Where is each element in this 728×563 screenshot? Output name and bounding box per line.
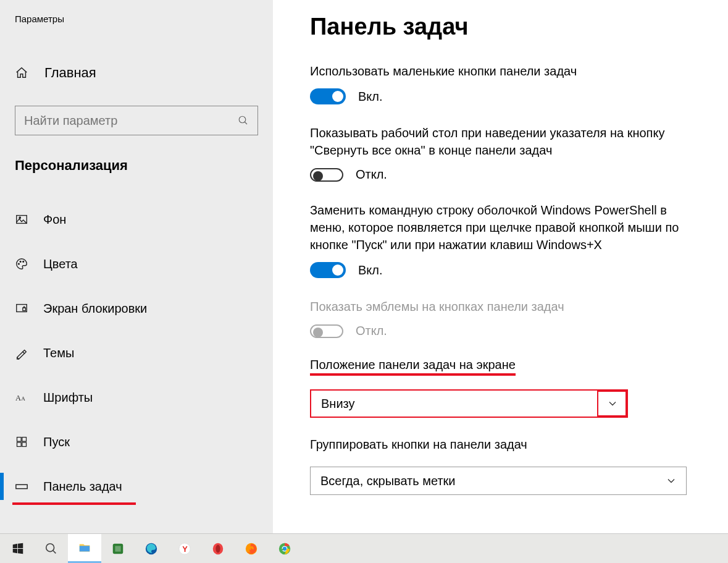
taskbar-explorer-button[interactable]	[68, 534, 101, 563]
setting-small-buttons: Использовать маленькие кнопки панели зад…	[310, 62, 687, 104]
sidebar-item-label: Фон	[43, 213, 66, 227]
palette-icon	[15, 257, 28, 271]
svg-rect-10	[17, 438, 22, 442]
sidebar-item-fonts[interactable]: AA Шрифты	[0, 375, 273, 420]
svg-point-0	[239, 116, 246, 123]
toggle-state: Вкл.	[358, 263, 383, 277]
svg-rect-17	[115, 546, 120, 551]
taskbar-edge-button[interactable]	[135, 534, 168, 563]
taskbar-search-button[interactable]	[35, 534, 68, 563]
svg-text:A: A	[15, 394, 21, 402]
search-input-container[interactable]	[15, 106, 258, 135]
taskbar-yandex-button[interactable]: Y	[168, 534, 201, 563]
setting-label: Заменить командную строку оболочкой Wind…	[310, 201, 687, 253]
dropdown-value: Внизу	[311, 397, 597, 411]
sidebar-item-label: Темы	[43, 346, 74, 360]
chevron-down-icon	[656, 467, 686, 494]
picture-icon	[15, 213, 28, 226]
sidebar-item-label: Панель задач	[43, 480, 122, 494]
toggle-powershell[interactable]	[310, 262, 346, 278]
setting-label: Показать эмблемы на кнопках панели задач	[310, 298, 687, 315]
home-label: Главная	[44, 65, 96, 81]
taskbar-app-green[interactable]	[101, 534, 135, 563]
toggle-state: Вкл.	[358, 90, 383, 104]
setting-taskbar-position: Положение панели задач на экране Внизу	[310, 358, 687, 418]
setting-peek-desktop: Показывать рабочий стол при наведении ук…	[310, 124, 687, 182]
grouping-heading: Группировать кнопки на панели задач	[310, 438, 527, 452]
sidebar-nav: Фон Цвета Экран блокировки Темы	[0, 197, 273, 509]
toggle-peek-desktop[interactable]	[310, 168, 343, 182]
sidebar-item-label: Цвета	[43, 257, 78, 271]
sidebar-item-label: Экран блокировки	[43, 302, 147, 316]
taskbar: Y	[0, 533, 728, 563]
setting-label: Использовать маленькие кнопки панели зад…	[310, 62, 687, 80]
highlight-underline	[12, 502, 136, 505]
svg-rect-12	[17, 442, 22, 447]
grouping-dropdown[interactable]: Всегда, скрывать метки	[310, 467, 687, 495]
highlight-underline	[310, 373, 516, 376]
sidebar-item-label: Шрифты	[43, 391, 93, 405]
svg-point-2	[19, 217, 20, 218]
home-icon	[15, 66, 30, 80]
setting-grouping: Группировать кнопки на панели задач Всег…	[310, 438, 687, 495]
toggle-state: Откл.	[356, 324, 387, 338]
setting-label: Показывать рабочий стол при наведении ук…	[310, 124, 687, 159]
position-heading: Положение панели задач на экране	[310, 358, 516, 372]
home-button[interactable]: Главная	[0, 59, 273, 87]
setting-badges: Показать эмблемы на кнопках панели задач…	[310, 298, 687, 338]
page-title: Панель задач	[310, 14, 703, 40]
chevron-down-icon	[597, 391, 627, 417]
category-title: Персонализация	[0, 135, 273, 179]
taskbar-chrome-button[interactable]	[268, 534, 301, 563]
toggle-badges	[310, 324, 343, 338]
setting-powershell: Заменить командную строку оболочкой Wind…	[310, 201, 687, 278]
taskbar-icon	[15, 480, 28, 493]
search-input[interactable]	[24, 114, 238, 128]
taskbar-position-dropdown[interactable]: Внизу	[310, 389, 628, 418]
toggle-state: Откл.	[356, 167, 387, 182]
taskbar-opera-button[interactable]	[201, 534, 235, 563]
sidebar-item-background[interactable]: Фон	[0, 197, 273, 242]
taskbar-firefox-button[interactable]	[235, 534, 268, 563]
svg-rect-11	[22, 438, 27, 442]
window-title: Параметры	[0, 10, 273, 24]
sidebar-item-taskbar[interactable]: Панель задач	[0, 464, 273, 509]
svg-rect-13	[22, 442, 27, 447]
sidebar-item-themes[interactable]: Темы	[0, 331, 273, 375]
svg-text:A: A	[21, 396, 25, 402]
svg-point-15	[46, 543, 54, 551]
search-icon	[238, 115, 249, 126]
sidebar-item-colors[interactable]: Цвета	[0, 242, 273, 286]
start-icon	[15, 435, 28, 449]
svg-text:Y: Y	[182, 544, 188, 553]
svg-rect-7	[23, 308, 26, 311]
themes-icon	[15, 346, 28, 360]
svg-point-5	[23, 261, 24, 262]
sidebar: Параметры Главная Персонализация Фон	[0, 0, 273, 533]
start-button[interactable]	[1, 534, 35, 563]
sidebar-item-label: Пуск	[43, 435, 70, 449]
toggle-small-buttons[interactable]	[310, 88, 346, 104]
dropdown-value: Всегда, скрывать метки	[311, 474, 656, 488]
lockscreen-icon	[15, 302, 28, 315]
svg-rect-14	[16, 485, 27, 488]
sidebar-item-start[interactable]: Пуск	[0, 420, 273, 464]
svg-point-4	[20, 261, 21, 262]
svg-point-22	[215, 544, 220, 552]
sidebar-item-lockscreen[interactable]: Экран блокировки	[0, 286, 273, 331]
fonts-icon: AA	[15, 391, 28, 404]
position-heading-text: Положение панели задач на экране	[310, 358, 516, 371]
main-content: Панель задач Использовать маленькие кноп…	[273, 0, 728, 533]
svg-point-3	[19, 263, 20, 265]
